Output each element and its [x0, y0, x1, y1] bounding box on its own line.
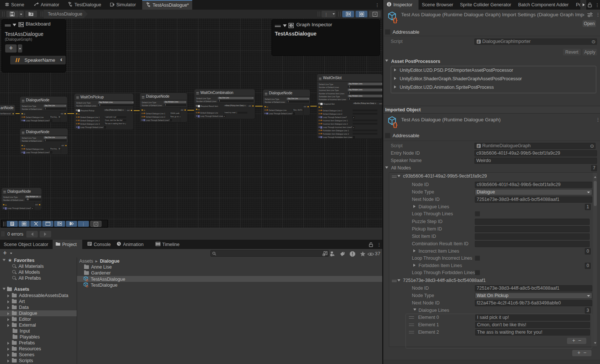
svg-text:{}: {}: [393, 17, 398, 23]
svg-text:{}: {}: [393, 121, 398, 128]
svg-text:{}: {}: [86, 279, 88, 282]
svg-text:{}: {}: [86, 284, 88, 287]
